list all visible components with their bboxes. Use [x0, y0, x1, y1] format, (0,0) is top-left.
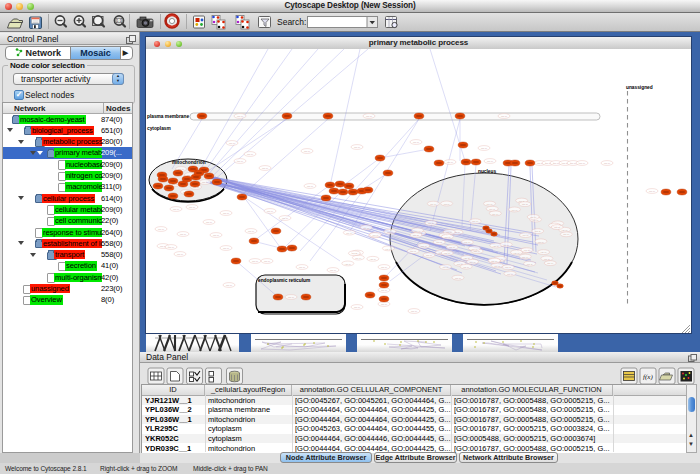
- svg-text:(xx-x): (xx-x): [487, 160, 493, 163]
- svg-text:(xx-x): (xx-x): [470, 261, 476, 264]
- svg-text:(xx-x): (xx-x): [282, 217, 288, 220]
- svg-text:(xx-x): (xx-x): [522, 256, 528, 259]
- svg-text:(xx-x): (xx-x): [493, 245, 499, 248]
- svg-text:(xx-x): (xx-x): [491, 260, 497, 263]
- svg-text:(xx-x): (xx-x): [247, 153, 253, 156]
- svg-text:(xx-x): (xx-x): [436, 241, 442, 244]
- svg-text:(xx-x): (xx-x): [463, 266, 469, 269]
- svg-text:(xx-x): (xx-x): [421, 245, 427, 248]
- svg-text:(xx-x): (xx-x): [444, 236, 450, 239]
- svg-text:(xx-x): (xx-x): [202, 181, 208, 184]
- svg-text:(xx-x): (xx-x): [524, 249, 530, 252]
- svg-text:(xx-x): (xx-x): [370, 258, 376, 261]
- svg-text:(xx-x): (xx-x): [206, 221, 212, 224]
- svg-text:(xx-x): (xx-x): [514, 252, 520, 255]
- svg-text:(xx-x): (xx-x): [522, 203, 528, 206]
- svg-text:(xx-x): (xx-x): [426, 254, 432, 257]
- svg-text:(xx-x): (xx-x): [414, 230, 420, 233]
- svg-text:(xx-x): (xx-x): [226, 284, 232, 287]
- svg-text:(xx-x): (xx-x): [264, 260, 270, 263]
- svg-text:(xx-x): (xx-x): [288, 296, 294, 299]
- svg-text:(xx-x): (xx-x): [563, 233, 569, 236]
- svg-text:(xx-x): (xx-x): [535, 230, 541, 233]
- svg-text:(xx-x): (xx-x): [213, 234, 219, 237]
- svg-text:(xx-x): (xx-x): [411, 310, 417, 313]
- svg-text:(xx-x): (xx-x): [449, 246, 455, 249]
- svg-text:(xx-x): (xx-x): [501, 115, 507, 118]
- svg-text:(xx-x): (xx-x): [503, 244, 509, 247]
- svg-text:(xx-x): (xx-x): [444, 203, 450, 206]
- svg-text:(xx-x): (xx-x): [381, 303, 387, 306]
- svg-text:(xx-x): (xx-x): [541, 251, 547, 254]
- svg-text:mitochondrion: mitochondrion: [172, 160, 206, 165]
- svg-text:(xx-x): (xx-x): [492, 213, 498, 216]
- svg-text:(xx-x): (xx-x): [307, 185, 313, 188]
- svg-text:(xx-x): (xx-x): [345, 263, 351, 266]
- svg-text:(xx-x): (xx-x): [173, 208, 179, 211]
- svg-text:(xx-x): (xx-x): [387, 231, 393, 234]
- svg-text:(xx-x): (xx-x): [252, 260, 258, 263]
- svg-text:(xx-x): (xx-x): [223, 212, 229, 215]
- svg-text:(xx-x): (xx-x): [372, 234, 378, 237]
- svg-text:(xx-x): (xx-x): [381, 266, 387, 269]
- svg-text:(xx-x): (xx-x): [385, 248, 391, 251]
- svg-text:plasma membrane: plasma membrane: [147, 114, 189, 119]
- svg-text:(xx-x): (xx-x): [547, 262, 553, 265]
- svg-text:(xx-x): (xx-x): [444, 252, 450, 255]
- svg-text:(xx-x): (xx-x): [649, 190, 655, 193]
- svg-text:(xx-x): (xx-x): [413, 234, 419, 237]
- svg-text:(xx-x): (xx-x): [430, 203, 436, 206]
- svg-text:(xx-x): (xx-x): [455, 277, 461, 280]
- svg-text:(xx-x): (xx-x): [507, 273, 513, 276]
- svg-text:(xx-x): (xx-x): [363, 227, 369, 230]
- svg-text:(xx-x): (xx-x): [442, 266, 448, 269]
- svg-text:(xx-x): (xx-x): [330, 269, 336, 272]
- svg-text:(xx-x): (xx-x): [604, 162, 610, 165]
- svg-text:(xx-x): (xx-x): [346, 232, 352, 235]
- svg-text:(xx-x): (xx-x): [511, 209, 517, 212]
- svg-text:(xx-x): (xx-x): [180, 233, 186, 236]
- svg-text:(xx-x): (xx-x): [177, 253, 183, 256]
- svg-text:(xx-x): (xx-x): [553, 162, 559, 165]
- svg-text:(xx-x): (xx-x): [472, 220, 478, 223]
- svg-text:cytoplasm: cytoplasm: [147, 126, 171, 131]
- svg-text:unassigned: unassigned: [626, 85, 653, 90]
- svg-text:(xx-x): (xx-x): [237, 115, 243, 118]
- svg-text:(xx-x): (xx-x): [248, 230, 254, 233]
- svg-text:f(x): f(x): [643, 373, 653, 381]
- svg-text:(xx-x): (xx-x): [189, 206, 195, 209]
- svg-text:(xx-x): (xx-x): [158, 228, 164, 231]
- svg-text:(xx-x): (xx-x): [505, 266, 511, 269]
- svg-text:(xx-x): (xx-x): [494, 265, 500, 268]
- svg-text:(xx-x): (xx-x): [267, 210, 273, 213]
- svg-text:(xx-x): (xx-x): [464, 241, 470, 244]
- svg-text:(xx-x): (xx-x): [410, 250, 416, 253]
- svg-text:(xx-x): (xx-x): [223, 247, 229, 250]
- svg-text:(xx-x): (xx-x): [355, 257, 361, 260]
- svg-text:(xx-x): (xx-x): [366, 115, 372, 118]
- svg-text:(xx-x): (xx-x): [570, 162, 576, 165]
- svg-text:(xx-x): (xx-x): [579, 162, 585, 165]
- svg-text:endoplasmic reticulum: endoplasmic reticulum: [258, 278, 310, 283]
- svg-text:(xx-x): (xx-x): [538, 241, 544, 244]
- svg-text:(xx-x): (xx-x): [544, 258, 550, 261]
- svg-text:(xx-x): (xx-x): [354, 146, 360, 149]
- svg-text:(xx-x): (xx-x): [527, 263, 533, 266]
- svg-text:Search:: Search:: [277, 17, 306, 27]
- svg-text:(xx-x): (xx-x): [428, 222, 434, 225]
- svg-text:nucleus: nucleus: [478, 169, 496, 174]
- svg-text:(xx-x): (xx-x): [562, 229, 568, 232]
- svg-text:(xx-x): (xx-x): [447, 161, 453, 164]
- svg-text:(xx-x): (xx-x): [487, 203, 493, 206]
- svg-text:(xx-x): (xx-x): [354, 306, 360, 309]
- svg-text:(xx-x): (xx-x): [168, 246, 174, 249]
- svg-text:1:1: 1:1: [117, 19, 122, 23]
- svg-text:(xx-x): (xx-x): [262, 167, 268, 170]
- svg-text:(xx-x): (xx-x): [489, 208, 495, 211]
- svg-text:(xx-x): (xx-x): [229, 142, 235, 145]
- svg-text:(xx-x): (xx-x): [471, 248, 477, 251]
- svg-text:(xx-x): (xx-x): [522, 234, 528, 237]
- svg-text:(xx-x): (xx-x): [304, 150, 310, 153]
- svg-text:(xx-x): (xx-x): [299, 266, 305, 269]
- svg-text:(xx-x): (xx-x): [554, 226, 560, 229]
